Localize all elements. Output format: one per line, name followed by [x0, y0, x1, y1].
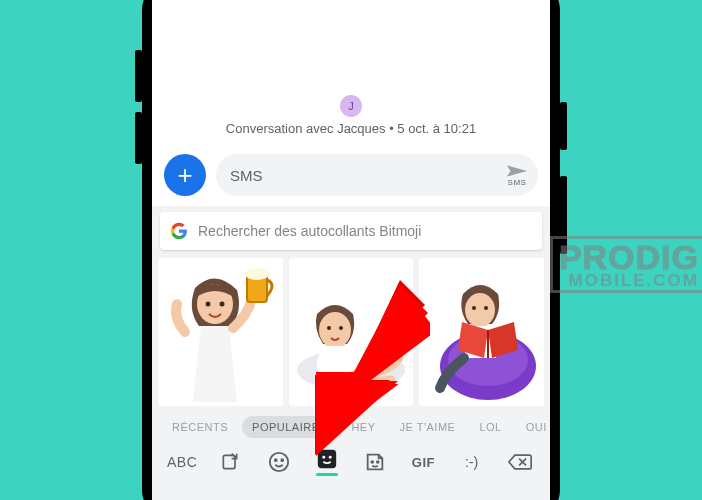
svg-point-19 — [269, 453, 287, 471]
message-input[interactable]: SMS SMS — [216, 154, 538, 196]
text-emote-tab[interactable]: :-) — [453, 454, 491, 470]
svg-point-25 — [371, 461, 373, 463]
watermark-line2: MOBILE.COM — [559, 273, 699, 289]
category-jetaime[interactable]: JE T'AIME — [390, 416, 466, 438]
conversation-info: Conversation avec Jacques • 5 oct. à 10:… — [226, 121, 476, 136]
sticker-item[interactable] — [419, 258, 544, 406]
svg-point-23 — [322, 456, 325, 459]
svg-point-9 — [327, 326, 331, 330]
avatar-initial: J — [348, 100, 354, 112]
watermark-line1: PRODIG — [559, 241, 699, 273]
category-recents[interactable]: RÉCENTS — [162, 416, 238, 438]
search-placeholder: Rechercher des autocollants Bitmoji — [198, 223, 421, 239]
svg-point-16 — [484, 306, 488, 310]
bitmoji-reading-icon — [422, 262, 542, 402]
send-button[interactable]: SMS — [506, 164, 528, 187]
sticker-results — [158, 258, 544, 406]
svg-point-14 — [465, 293, 495, 327]
gif-tab[interactable]: GIF — [404, 455, 442, 470]
phone-power-button-top — [560, 102, 567, 150]
google-logo-icon — [170, 222, 188, 240]
emoji-icon[interactable] — [260, 451, 298, 473]
send-label: SMS — [506, 178, 528, 187]
svg-point-21 — [281, 459, 283, 461]
svg-point-10 — [339, 326, 343, 330]
share-icon[interactable] — [211, 452, 249, 472]
sticker-tab-icon[interactable] — [356, 451, 394, 473]
compose-row: + SMS SMS — [152, 148, 550, 206]
svg-point-3 — [220, 302, 225, 307]
screen: J Conversation avec Jacques • 5 oct. à 1… — [152, 0, 550, 500]
sticker-search[interactable]: Rechercher des autocollants Bitmoji — [160, 212, 542, 250]
keyboard-bottom-bar: ABC GIF :-) — [152, 444, 550, 484]
add-attachment-button[interactable]: + — [164, 154, 206, 196]
category-populaires[interactable]: POPULAIRES — [242, 416, 337, 438]
backspace-icon[interactable] — [501, 452, 539, 472]
category-row: RÉCENTS POPULAIRES HEY JE T'AIME LOL OUI — [152, 406, 550, 444]
send-icon — [506, 164, 528, 178]
svg-point-24 — [329, 456, 332, 459]
plus-icon: + — [177, 160, 192, 191]
message-placeholder: SMS — [230, 167, 263, 184]
keyboard-panel: Rechercher des autocollants Bitmoji — [152, 206, 550, 500]
phone-power-button-bottom — [560, 176, 567, 254]
svg-point-5 — [245, 268, 269, 280]
phone-volume-down — [135, 112, 142, 164]
sticker-item[interactable] — [289, 258, 414, 406]
phone-volume-up — [135, 50, 142, 102]
watermark: PRODIG MOBILE.COM — [550, 236, 702, 293]
svg-point-15 — [472, 306, 476, 310]
svg-point-2 — [206, 302, 211, 307]
category-hey[interactable]: HEY — [341, 416, 385, 438]
category-oui[interactable]: OUI — [516, 416, 550, 438]
svg-rect-18 — [224, 455, 236, 468]
svg-point-26 — [377, 461, 379, 463]
contact-avatar[interactable]: J — [340, 95, 362, 117]
abc-key[interactable]: ABC — [163, 454, 201, 470]
conversation-area: J Conversation avec Jacques • 5 oct. à 1… — [152, 0, 550, 148]
category-lol[interactable]: LOL — [469, 416, 511, 438]
sticker-item[interactable] — [158, 258, 283, 406]
bitmoji-cheers-icon — [165, 262, 275, 402]
svg-rect-22 — [318, 450, 336, 468]
phone-frame: J Conversation avec Jacques • 5 oct. à 1… — [142, 0, 560, 500]
svg-point-20 — [275, 459, 277, 461]
bitmoji-tab-icon[interactable] — [308, 448, 346, 476]
bitmoji-lying-icon — [291, 262, 411, 402]
svg-point-8 — [319, 312, 351, 348]
